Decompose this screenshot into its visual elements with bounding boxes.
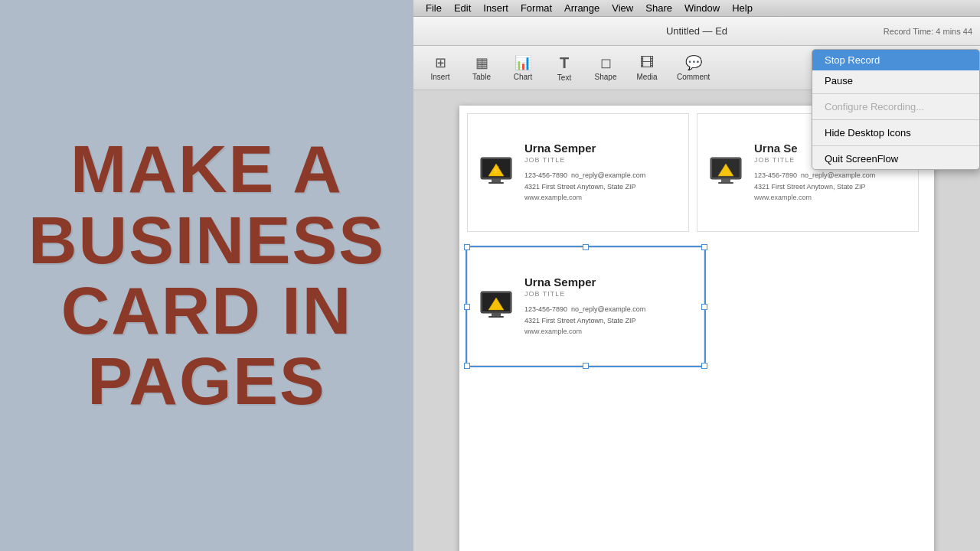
- dropdown-quit[interactable]: Quit ScreenFlow: [812, 148, 979, 169]
- handle-bc[interactable]: [583, 363, 589, 369]
- handle-bl[interactable]: [464, 363, 470, 369]
- handle-tc[interactable]: [583, 244, 589, 250]
- menu-window[interactable]: Window: [678, 0, 726, 16]
- dropdown-separator-2: [812, 119, 979, 120]
- svg-text:⚡: ⚡: [492, 165, 501, 175]
- handle-tr[interactable]: [701, 244, 707, 250]
- svg-rect-15: [488, 316, 504, 318]
- media-icon: 🎞: [640, 55, 654, 71]
- shape-label: Shape: [595, 73, 617, 81]
- svg-rect-4: [492, 179, 501, 182]
- menu-insert[interactable]: Insert: [477, 0, 514, 16]
- menu-help[interactable]: Help: [726, 0, 759, 16]
- selected-card-container: Urna Semper JOB TITLE 123-456-7890 no_re…: [467, 247, 704, 366]
- business-card-1[interactable]: ⚡ Urna Semper JOB TITLE 123-456-7890 no_…: [467, 113, 689, 232]
- shape-icon: ◻: [600, 54, 612, 71]
- table-icon: ▦: [475, 54, 488, 71]
- document-title: Untitled — Ed: [666, 25, 727, 37]
- toolbar-comment[interactable]: 💬 Comment: [669, 51, 717, 84]
- insert-label: Insert: [430, 73, 449, 81]
- menu-arrange[interactable]: Arrange: [558, 0, 606, 16]
- svg-rect-10: [718, 182, 733, 184]
- menubar: File Edit Insert Format Arrange View Sha…: [413, 0, 980, 17]
- card-info-1: Urna Semper JOB TITLE 123-456-7890 no_re…: [524, 142, 679, 203]
- monitor-icon-1: ⚡: [478, 156, 514, 190]
- monitor-icon-2: [707, 156, 744, 190]
- tutorial-title: MAKE A BUSINESS CARD IN PAGES: [13, 119, 400, 432]
- menu-format[interactable]: Format: [514, 0, 558, 16]
- insert-icon: ⊞: [435, 54, 446, 71]
- card-monitor-1: ⚡: [477, 155, 515, 190]
- card-details-1: 123-456-7890 no_reply@example.com 4321 F…: [524, 170, 679, 203]
- chart-icon: 📊: [514, 54, 531, 71]
- toolbar-table[interactable]: ▦ Table: [462, 51, 501, 84]
- toolbar-insert[interactable]: ⊞ Insert: [421, 51, 459, 84]
- pages-app: File Edit Insert Format Arrange View Sha…: [413, 0, 980, 551]
- dropdown-hide-icons[interactable]: Hide Desktop Icons: [812, 122, 979, 143]
- dropdown-separator-1: [812, 93, 979, 94]
- titlebar: Untitled — Ed Record Time: 4 mins 44 Sto…: [413, 17, 980, 46]
- left-panel: MAKE A BUSINESS CARD IN PAGES: [0, 0, 413, 551]
- selected-card-info: Urna Semper JOB TITLE 123-456-7890 no_re…: [524, 276, 694, 337]
- text-icon: T: [560, 54, 569, 72]
- svg-rect-9: [721, 179, 730, 182]
- dropdown-configure: Configure Recording...: [812, 96, 979, 117]
- record-time: Record Time: 4 mins 44: [884, 27, 972, 36]
- menu-edit[interactable]: Edit: [448, 0, 477, 16]
- comment-label: Comment: [677, 73, 710, 81]
- selected-card-monitor: [477, 289, 515, 324]
- card-details-2: 123-456-7890 no_reply@example.com 4321 F…: [754, 170, 909, 203]
- dropdown-separator-3: [812, 145, 979, 146]
- toolbar-media[interactable]: 🎞 Media: [628, 52, 666, 84]
- text-label: Text: [557, 73, 571, 82]
- handle-br[interactable]: [701, 363, 707, 369]
- selected-business-card[interactable]: Urna Semper JOB TITLE 123-456-7890 no_re…: [467, 247, 704, 366]
- handle-mr[interactable]: [701, 304, 707, 310]
- media-label: Media: [636, 73, 657, 81]
- selected-card-jobtitle: JOB TITLE: [524, 290, 694, 298]
- toolbar-chart[interactable]: 📊 Chart: [504, 51, 542, 84]
- menu-share[interactable]: Share: [639, 0, 678, 16]
- page-canvas: ⚡ Urna Semper JOB TITLE 123-456-7890 no_…: [459, 106, 934, 551]
- card-monitor-2: [707, 155, 745, 190]
- card-name-1: Urna Semper: [524, 142, 679, 155]
- toolbar-shape[interactable]: ◻ Shape: [586, 51, 625, 84]
- menu-file[interactable]: File: [420, 0, 448, 16]
- svg-rect-14: [492, 313, 501, 316]
- card-jobtitle-1: JOB TITLE: [524, 156, 679, 164]
- dropdown-pause[interactable]: Pause: [812, 70, 979, 91]
- menu-view[interactable]: View: [606, 0, 639, 16]
- monitor-icon-selected: [478, 290, 514, 324]
- svg-rect-5: [488, 182, 504, 184]
- dropdown-stop-record[interactable]: Stop Record: [812, 50, 979, 70]
- selected-card-details: 123-456-7890 no_reply@example.com 4321 F…: [524, 304, 694, 337]
- selected-card-name: Urna Semper: [524, 276, 694, 289]
- toolbar-text[interactable]: T Text: [545, 51, 583, 85]
- handle-tl[interactable]: [464, 244, 470, 250]
- comment-icon: 💬: [685, 54, 702, 71]
- chart-label: Chart: [514, 73, 532, 81]
- table-label: Table: [472, 73, 491, 81]
- handle-ml[interactable]: [464, 304, 470, 310]
- screenflow-dropdown: Stop Record Pause Configure Recording...…: [812, 49, 980, 170]
